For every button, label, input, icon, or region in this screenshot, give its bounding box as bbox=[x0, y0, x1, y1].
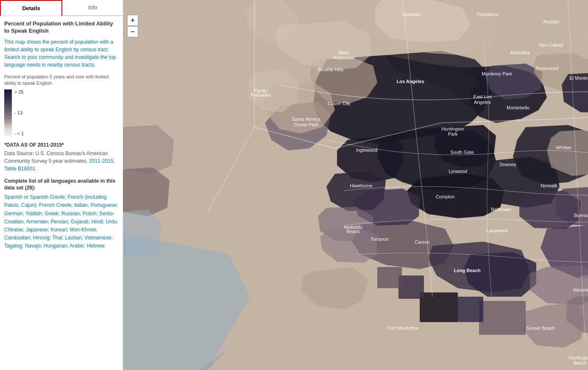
svg-rect-46 bbox=[420, 292, 458, 322]
svg-marker-34 bbox=[375, 0, 471, 42]
svg-rect-44 bbox=[479, 301, 526, 335]
tab-details[interactable]: Details bbox=[0, 0, 62, 16]
languages-list: Spanish or Spanish Creole; French (inclu… bbox=[4, 193, 119, 250]
legend-label-high: > 25 bbox=[14, 89, 24, 95]
svg-marker-43 bbox=[524, 303, 585, 348]
svg-rect-45 bbox=[458, 297, 483, 322]
data-source-section: *DATA AS OF 2011-2015* Data Source: U.S.… bbox=[4, 142, 119, 172]
legend-label-low: - < 1 bbox=[14, 131, 24, 136]
legend-title: Percent of population 5 years and over w… bbox=[4, 74, 119, 87]
tab-bar: Details Info bbox=[0, 0, 123, 16]
map-svg: Glendale Pasadena Arcadia Azusa Glendora… bbox=[123, 0, 588, 370]
panel-content: Percent of Population with Limited Abili… bbox=[0, 16, 123, 370]
svg-marker-11 bbox=[435, 125, 496, 167]
languages-section: Complete list of all languages available… bbox=[4, 178, 119, 250]
legend-section: Percent of population 5 years and over w… bbox=[4, 74, 119, 136]
zoom-in-button[interactable]: + bbox=[127, 15, 138, 26]
left-panel: Details Info Percent of Population with … bbox=[0, 0, 123, 370]
tab-info[interactable]: Info bbox=[62, 0, 123, 16]
data-as-of-label: *DATA AS OF 2011-2015* bbox=[4, 142, 119, 148]
panel-title: Percent of Population with Limited Abili… bbox=[4, 20, 119, 35]
panel-description: This map shows the percent of population… bbox=[4, 38, 119, 69]
zoom-out-button[interactable]: − bbox=[127, 26, 138, 37]
map-controls: + − bbox=[127, 15, 138, 38]
languages-title: Complete list of all languages available… bbox=[4, 178, 119, 192]
legend-labels: > 25 - 13 - < 1 bbox=[14, 89, 24, 136]
legend-bar-container: > 25 - 13 - < 1 bbox=[4, 89, 119, 136]
legend-gradient bbox=[4, 89, 12, 136]
source-suffix: . bbox=[37, 166, 38, 172]
svg-rect-48 bbox=[377, 267, 402, 288]
legend-label-mid: - 13 bbox=[14, 110, 24, 115]
data-source-text: Data Source: U.S. Census Bureau's Americ… bbox=[4, 150, 119, 172]
map-container[interactable]: + − bbox=[123, 0, 588, 370]
svg-rect-47 bbox=[399, 275, 424, 299]
